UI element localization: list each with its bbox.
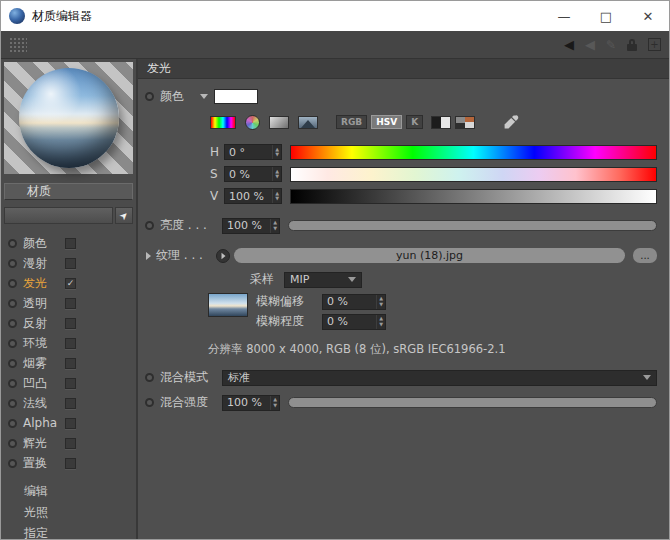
channel-transparency[interactable]: 透明 (1, 293, 87, 313)
channel-luminance[interactable]: 发光 ✓ (1, 273, 87, 293)
swatch-quad-icon[interactable] (455, 116, 475, 129)
channel-ring-icon[interactable] (8, 379, 17, 388)
mix-mode-dropdown[interactable]: 标准 (222, 370, 657, 386)
channel-ring-icon[interactable] (8, 399, 17, 408)
channel-checkbox[interactable] (65, 458, 76, 469)
history-forward-icon[interactable]: ◀ (585, 38, 595, 51)
hue-spinner[interactable]: 0 ° ▲▼ (224, 144, 282, 160)
channel-reflectance[interactable]: 反射 (1, 313, 87, 333)
channel-alpha[interactable]: Alpha (1, 413, 87, 433)
channel-ring-icon[interactable] (8, 239, 17, 248)
close-button[interactable]: ✕ (627, 1, 669, 31)
channel-checkbox[interactable] (65, 318, 76, 329)
sidebar-item-edit[interactable]: 编辑 (1, 481, 136, 502)
channel-checkbox[interactable] (65, 338, 76, 349)
channel-checkbox[interactable] (65, 358, 76, 369)
channel-glow[interactable]: 辉光 (1, 433, 87, 453)
channel-ring-icon[interactable] (8, 459, 17, 468)
channel-ring-icon[interactable] (8, 439, 17, 448)
channel-normal[interactable]: 法线 (1, 393, 87, 413)
color-wheel-icon[interactable] (245, 115, 260, 130)
texture-row: 纹理 . . . yun (18).jpg ... (138, 247, 657, 264)
texture-file-bar[interactable]: yun (18).jpg (234, 248, 625, 263)
edit-icon[interactable]: ✎ (606, 39, 616, 51)
add-icon[interactable]: + (648, 38, 661, 51)
image-picker-icon[interactable] (298, 116, 318, 129)
brightness-spinner[interactable]: 100 % ▲▼ (222, 218, 280, 234)
hue-gradient-bar[interactable] (290, 145, 657, 160)
saturation-gradient-bar[interactable] (290, 167, 657, 182)
channel-checkbox[interactable] (65, 258, 76, 269)
brightness-slider[interactable] (288, 220, 657, 231)
channel-checkbox[interactable] (65, 238, 76, 249)
channel-ring-icon[interactable] (8, 299, 17, 308)
k-mode-button[interactable]: K (406, 115, 423, 129)
channel-list: 颜色 漫射 发光 ✓ 透明 (1, 233, 136, 473)
blur-scale-label: 模糊程度 (256, 313, 314, 330)
drag-grip[interactable] (9, 37, 27, 53)
spectrum-picker-icon[interactable] (210, 116, 236, 129)
mix-mode-ring-icon[interactable] (145, 373, 154, 382)
material-name-field[interactable] (4, 207, 113, 224)
texture-expand-icon[interactable] (146, 252, 151, 260)
channel-ring-icon[interactable] (8, 319, 17, 328)
saturation-spinner[interactable]: 0 % ▲▼ (224, 166, 282, 182)
maximize-button[interactable]: □ (585, 1, 627, 31)
blur-scale-spinner[interactable]: 0 % ▲▼ (322, 314, 386, 330)
rgb-mode-button[interactable]: RGB (336, 115, 367, 129)
channel-ring-icon[interactable] (8, 419, 17, 428)
material-preview[interactable] (4, 62, 133, 174)
channel-environment[interactable]: 环境 (1, 333, 87, 353)
channel-checkbox[interactable]: ✓ (65, 278, 76, 289)
spinner-arrows-icon[interactable]: ▲▼ (270, 219, 279, 233)
hsv-mode-button[interactable]: HSV (371, 115, 402, 129)
mix-mode-row: 混合模式 标准 (138, 369, 657, 386)
channel-ring-icon[interactable] (8, 279, 17, 288)
channel-checkbox[interactable] (65, 298, 76, 309)
spinner-arrows-icon[interactable]: ▲▼ (272, 189, 281, 203)
channel-ring-icon[interactable] (8, 339, 17, 348)
channel-displacement[interactable]: 置换 (1, 453, 87, 473)
brightness-ring-icon[interactable] (145, 221, 154, 230)
channel-fog[interactable]: 烟雾 (1, 353, 87, 373)
mix-strength-slider[interactable] (288, 397, 657, 408)
value-row: V 100 % ▲▼ (138, 188, 657, 204)
history-back-icon[interactable]: ◀ (564, 38, 574, 51)
color-menu-arrow-icon[interactable] (200, 94, 208, 99)
channel-bump[interactable]: 凹凸 (1, 373, 87, 393)
channel-ring-icon[interactable] (8, 359, 17, 368)
channel-color[interactable]: 颜色 (1, 233, 87, 253)
spinner-arrows-icon[interactable]: ▲▼ (272, 145, 281, 159)
swatch-mixer-icon[interactable] (431, 116, 451, 129)
spinner-arrows-icon[interactable]: ▲▼ (376, 295, 385, 309)
browse-button[interactable]: ... (633, 248, 657, 263)
spinner-arrows-icon[interactable]: ▲▼ (270, 396, 279, 410)
mix-strength-spinner[interactable]: 100 % ▲▼ (222, 395, 280, 411)
channel-diffusion[interactable]: 漫射 (1, 253, 87, 273)
channel-checkbox[interactable] (65, 378, 76, 389)
spinner-arrows-icon[interactable]: ▲▼ (376, 315, 385, 329)
app-icon (9, 8, 25, 24)
minimize-button[interactable]: — (543, 1, 585, 31)
pick-material-button[interactable]: ➤ (115, 207, 133, 224)
sidebar-item-illumination[interactable]: 光照 (1, 502, 136, 523)
color-ring-icon[interactable] (145, 92, 154, 101)
mix-strength-ring-icon[interactable] (145, 398, 154, 407)
lock-icon[interactable] (627, 39, 637, 51)
sampling-dropdown[interactable]: MIP (284, 272, 362, 288)
value-spinner[interactable]: 100 % ▲▼ (224, 188, 282, 204)
channel-checkbox[interactable] (65, 438, 76, 449)
channel-ring-icon[interactable] (8, 259, 17, 268)
texture-thumbnail[interactable] (208, 293, 248, 317)
gray-picker-icon[interactable] (269, 116, 289, 129)
texture-shader-button[interactable] (216, 249, 230, 263)
spinner-arrows-icon[interactable]: ▲▼ (272, 167, 281, 181)
eyedropper-icon[interactable] (503, 114, 519, 130)
color-swatch[interactable] (214, 89, 258, 104)
channel-checkbox[interactable] (65, 418, 76, 429)
channel-checkbox[interactable] (65, 398, 76, 409)
value-gradient-bar[interactable] (290, 189, 657, 204)
material-sidebar: 材质 ➤ 颜色 漫射 (1, 59, 138, 539)
blur-offset-spinner[interactable]: 0 % ▲▼ (322, 294, 386, 310)
sidebar-item-assign[interactable]: 指定 (1, 523, 136, 540)
